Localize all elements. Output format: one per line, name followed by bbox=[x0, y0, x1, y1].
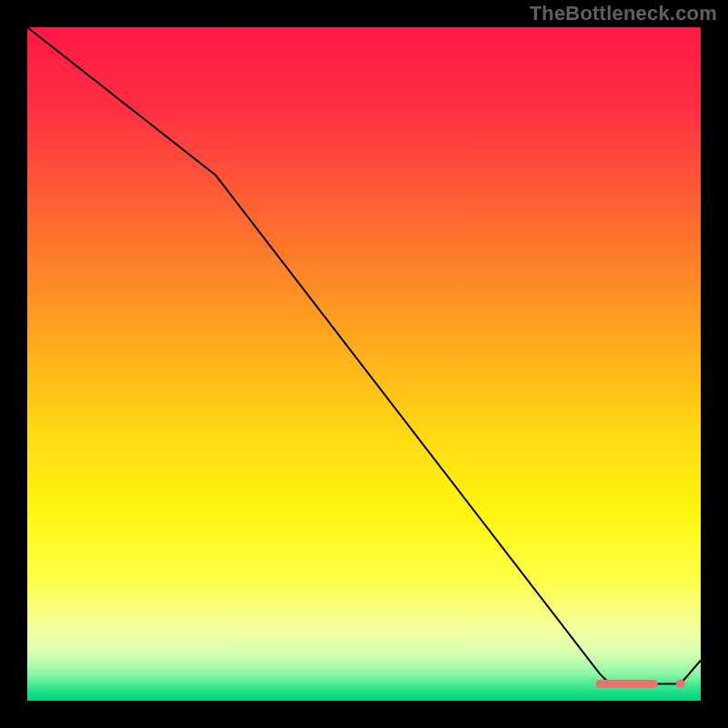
plot-area bbox=[27, 27, 701, 701]
watermark-text: TheBottleneck.com bbox=[530, 2, 717, 25]
gradient-background bbox=[27, 27, 701, 701]
plot-svg bbox=[27, 27, 701, 701]
optimal-end-dot bbox=[676, 680, 685, 689]
chart-container: TheBottleneck.com bbox=[0, 0, 728, 728]
